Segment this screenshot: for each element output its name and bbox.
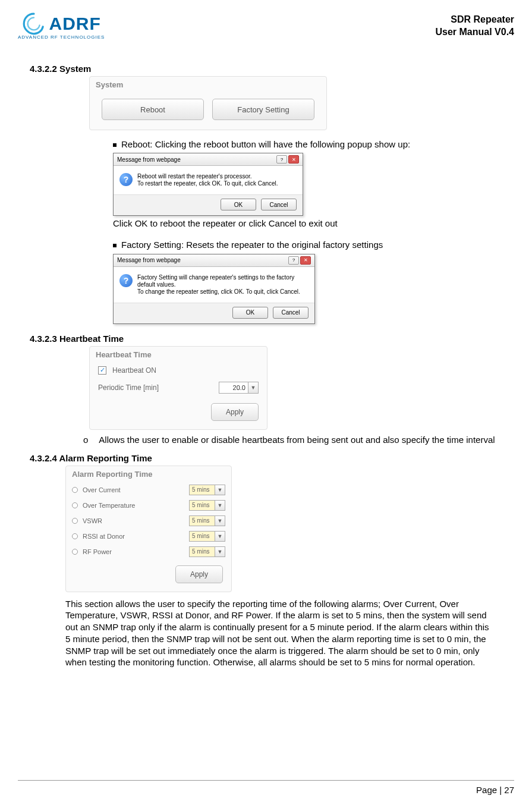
popup-help-icon[interactable]: ? <box>288 256 299 265</box>
heading-system: 4.3.2.2 System <box>30 64 502 74</box>
footer-divider <box>18 780 514 781</box>
periodic-time-input[interactable] <box>219 382 248 394</box>
alarm-value[interactable]: 5 mins <box>189 515 215 526</box>
alarm-panel: Alarm Reporting Time Over Current 5 mins… <box>65 466 232 592</box>
heartbeat-panel-title: Heartbeat Time <box>90 347 267 363</box>
popup-close-icon[interactable]: ✕ <box>288 155 299 164</box>
radio-icon[interactable] <box>72 502 78 508</box>
page-header: ADRF ADVANCED RF TECHNOLOGIES SDR Repeat… <box>18 12 514 45</box>
heartbeat-bullet-text: Allows the user to enable or disable hea… <box>99 435 495 445</box>
alarm-label: Over Current <box>83 486 121 493</box>
heartbeat-bullet: oAllows the user to enable or disable he… <box>83 435 502 445</box>
alarm-row-rf-power: RF Power 5 mins▼ <box>66 544 231 559</box>
heading-heartbeat: 4.3.2.3 Heartbeat Time <box>30 334 502 344</box>
alarm-panel-title: Alarm Reporting Time <box>66 466 231 482</box>
info-icon: ? <box>119 274 133 287</box>
factory-popup-line1: Factory Setting will change repeater's s… <box>137 274 309 288</box>
doc-title-line2: User Manual V0.4 <box>436 26 515 39</box>
reboot-after-text: Click OK to reboot the repeater or click… <box>113 218 502 228</box>
reboot-popup-ok-button[interactable]: OK <box>221 199 256 210</box>
bullet-marker: o <box>83 435 88 445</box>
reboot-popup-line2: To restart the repeater, click OK. To qu… <box>137 180 278 187</box>
dropdown-arrow-icon[interactable]: ▼ <box>215 500 225 511</box>
system-panel: System Reboot Factory Setting <box>89 76 327 130</box>
alarm-paragraph: This section allows the user to specify … <box>65 598 496 669</box>
system-panel-title: System <box>90 77 326 93</box>
factory-popup-cancel-button[interactable]: Cancel <box>273 307 309 319</box>
factory-popup-ok-button[interactable]: OK <box>232 307 268 319</box>
reboot-bullet: Reboot: Clicking the reboot button will … <box>113 139 502 150</box>
alarm-value[interactable]: 5 mins <box>189 500 215 511</box>
factory-bullet: Factory Setting: Resets the repeater to … <box>113 239 502 251</box>
popup-close-icon[interactable]: ✕ <box>300 256 311 265</box>
dropdown-arrow-icon[interactable]: ▼ <box>248 382 259 394</box>
bullet-icon <box>113 244 117 247</box>
alarm-row-over-current: Over Current 5 mins▼ <box>66 482 231 498</box>
heartbeat-panel: Heartbeat Time ✓ Heartbeat ON Periodic T… <box>89 346 267 430</box>
reboot-popup: Message from webpage ? ✕ ? Reboot will r… <box>113 153 303 216</box>
factory-popup-title: Message from webpage <box>117 257 181 263</box>
dropdown-arrow-icon[interactable]: ▼ <box>215 546 225 557</box>
radio-icon[interactable] <box>72 487 78 493</box>
alarm-label: Over Temperature <box>83 502 135 509</box>
heartbeat-checkbox[interactable]: ✓ <box>98 366 106 375</box>
reboot-bullet-text: Reboot: Clicking the reboot button will … <box>121 139 410 149</box>
factory-popup: Message from webpage ? ✕ ? Factory Setti… <box>113 254 315 324</box>
reboot-popup-title: Message from webpage <box>117 156 181 163</box>
heartbeat-apply-button[interactable]: Apply <box>211 403 259 421</box>
reboot-popup-text: Reboot will restart the repeater's proce… <box>137 173 278 187</box>
alarm-row-over-temperature: Over Temperature 5 mins▼ <box>66 498 231 513</box>
reboot-popup-line1: Reboot will restart the repeater's proce… <box>137 173 278 180</box>
alarm-row-rssi-donor: RSSI at Donor 5 mins▼ <box>66 529 231 544</box>
alarm-label: RSSI at Donor <box>83 533 125 540</box>
reboot-button[interactable]: Reboot <box>102 99 204 120</box>
logo-swirl-icon <box>22 12 46 36</box>
alarm-apply-button[interactable]: Apply <box>175 565 223 583</box>
alarm-value[interactable]: 5 mins <box>189 546 215 557</box>
alarm-label: RF Power <box>83 548 112 555</box>
dropdown-arrow-icon[interactable]: ▼ <box>215 485 225 495</box>
popup-help-icon[interactable]: ? <box>276 155 287 164</box>
periodic-time-label: Periodic Time [min] <box>98 383 159 392</box>
alarm-row-vswr: VSWR 5 mins▼ <box>66 513 231 529</box>
logo-subtitle: ADVANCED RF TECHNOLOGIES <box>18 34 105 40</box>
reboot-popup-cancel-button[interactable]: Cancel <box>261 199 297 210</box>
bullet-icon <box>113 143 117 147</box>
radio-icon[interactable] <box>72 533 78 539</box>
info-icon: ? <box>119 173 133 186</box>
dropdown-arrow-icon[interactable]: ▼ <box>215 531 225 542</box>
alarm-value[interactable]: 5 mins <box>189 485 215 495</box>
page-number: Page | 27 <box>476 785 514 795</box>
heading-alarm: 4.3.2.4 Alarm Reporting Time <box>30 453 502 463</box>
radio-icon[interactable] <box>72 549 78 555</box>
factory-bullet-text: Factory Setting: Resets the repeater to … <box>121 240 383 250</box>
logo: ADRF ADVANCED RF TECHNOLOGIES <box>18 12 105 40</box>
factory-popup-text: Factory Setting will change repeater's s… <box>137 274 309 295</box>
logo-text: ADRF <box>49 14 101 34</box>
factory-popup-line2: To change the repeater setting, click OK… <box>137 288 309 295</box>
heartbeat-checkbox-label: Heartbeat ON <box>112 366 156 375</box>
alarm-label: VSWR <box>83 517 102 524</box>
factory-setting-button[interactable]: Factory Setting <box>212 99 314 120</box>
doc-title: SDR Repeater User Manual V0.4 <box>436 14 515 39</box>
radio-icon[interactable] <box>72 518 78 524</box>
dropdown-arrow-icon[interactable]: ▼ <box>215 515 225 526</box>
doc-title-line1: SDR Repeater <box>436 14 515 26</box>
alarm-value[interactable]: 5 mins <box>189 531 215 542</box>
